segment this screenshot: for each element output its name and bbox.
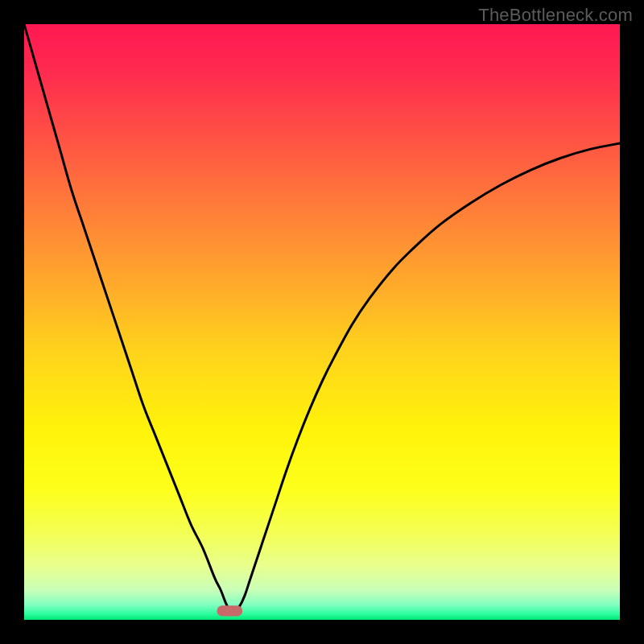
optimum-marker [217,605,242,616]
chart-frame: TheBottleneck.com [0,0,644,644]
bottleneck-curve [24,24,620,614]
curve-layer [24,24,620,620]
watermark-text: TheBottleneck.com [478,5,633,26]
plot-area [24,24,620,620]
